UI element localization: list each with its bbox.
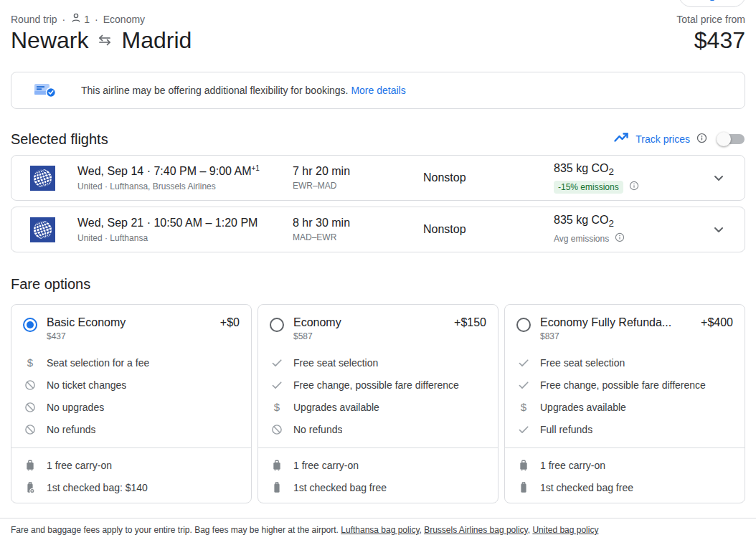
flight-info: Wed, Sep 21 · 10:50 AM – 1:20 PM United … — [77, 216, 293, 242]
fare-radio[interactable] — [270, 318, 284, 332]
share-button[interactable] — [679, 0, 746, 7]
plus-days-superscript: +1 — [252, 164, 260, 172]
trending-line-icon — [613, 130, 629, 148]
flight-stops-col: Nonstop — [423, 171, 554, 184]
footer: Fare and baggage fees apply to your enti… — [0, 518, 756, 535]
separator-dot: · — [95, 14, 98, 25]
not-available-icon — [270, 423, 284, 436]
more-details-link[interactable]: More details — [351, 85, 405, 96]
trip-type-label: Round trip — [11, 14, 57, 25]
share-icon — [708, 0, 717, 5]
baggage-item: 1 free carry-on — [505, 454, 745, 476]
round-trip-swap-icon — [97, 27, 113, 54]
flight-route: MAD–EWR — [293, 232, 423, 242]
flight-route: EWR–MAD — [293, 181, 423, 191]
flight-duration-col: 8 hr 30 min MAD–EWR — [293, 217, 423, 242]
check-icon — [270, 379, 284, 392]
fare-name: Economy — [293, 316, 341, 329]
united-bag-policy-link[interactable]: United bag policy — [532, 525, 598, 535]
chevron-down-icon[interactable] — [710, 169, 727, 186]
track-prices-label[interactable]: Track prices — [635, 133, 690, 145]
carry-on-bag-icon — [270, 459, 284, 472]
separator-dot: · — [62, 14, 66, 25]
fare-feature: No refunds — [11, 418, 251, 440]
flight-duration-col: 7 hr 20 min EWR–MAD — [293, 165, 423, 191]
fare-feature: $ Upgrades available — [258, 396, 498, 418]
fare-name: Basic Economy — [47, 316, 126, 329]
flight-datetime: Wed, Sep 21 · 10:50 AM – 1:20 PM — [77, 216, 293, 229]
check-icon — [516, 423, 531, 436]
destination-city: Madrid — [121, 27, 192, 54]
fare-options-header: Fare options — [11, 274, 745, 294]
fare-feature: $ Upgrades available — [505, 396, 745, 418]
flight-airlines: United · Lufthansa — [77, 233, 293, 243]
flight-duration: 7 hr 20 min — [293, 165, 423, 178]
fare-feature: No upgrades — [11, 396, 251, 418]
flight-stops: Nonstop — [423, 171, 554, 184]
check-icon — [516, 356, 531, 369]
info-icon[interactable] — [629, 181, 639, 194]
baggage-item: 1st checked bag free — [505, 476, 745, 498]
fare-feature: No ticket changes — [11, 374, 251, 396]
flight-row-outbound[interactable]: Wed, Sep 14 · 7:40 PM – 9:00 AM+1 United… — [11, 155, 745, 201]
fare-feature: Free seat selection — [258, 351, 498, 374]
track-prices-control: Track prices — [613, 130, 745, 148]
brussels-airlines-bag-policy-link[interactable]: Brussels Airlines bag policy — [424, 525, 528, 535]
fare-name: Economy Fully Refunda... — [540, 316, 671, 329]
fare-radio[interactable] — [516, 318, 531, 332]
header-title-row: Newark Madrid $437 — [11, 27, 745, 54]
fare-feature: Full refunds — [505, 418, 745, 440]
fare-card-economy[interactable]: Economy $587 +$150 Free seat selection F… — [257, 304, 499, 503]
passenger-count: 1 — [70, 12, 90, 26]
flight-airlines: United · Lufthansa, Brussels Airlines — [77, 181, 293, 191]
person-icon — [70, 12, 82, 26]
cabin-class-label: Economy — [103, 14, 145, 25]
banner-message: This airline may be offering additional … — [81, 85, 406, 96]
dollar-icon: $ — [516, 401, 531, 413]
info-icon[interactable] — [615, 232, 625, 245]
fare-price-delta: +$150 — [454, 316, 486, 329]
header-meta-row: Round trip · 1 · Economy Total price fro… — [11, 0, 745, 26]
fare-feature: Free seat selection — [505, 351, 745, 374]
lufthansa-bag-policy-link[interactable]: Lufthansa bag policy — [341, 525, 419, 535]
fare-radio-selected[interactable] — [23, 318, 37, 332]
chevron-down-icon[interactable] — [710, 221, 727, 238]
fare-base-price: $437 — [47, 331, 126, 341]
united-airlines-logo — [30, 166, 55, 191]
page-title: Newark Madrid — [11, 27, 192, 54]
check-icon — [270, 356, 284, 369]
fare-price-delta: +$400 — [701, 316, 733, 329]
origin-city: Newark — [11, 27, 88, 54]
co2-value: 835 kg CO2 — [554, 162, 710, 177]
baggage-item: 1st checked bag free — [258, 476, 498, 498]
dollar-icon: $ — [23, 356, 37, 369]
baggage-item: 1 free carry-on — [258, 454, 498, 476]
flight-emissions-col: 835 kg CO2 Avg emissions — [554, 214, 710, 245]
fare-card-economy-fully-refundable[interactable]: Economy Fully Refunda... $837 +$400 Free… — [504, 304, 745, 503]
carry-on-bag-icon — [23, 459, 37, 472]
fare-options-grid: Basic Economy $437 +$0 $ Seat selection … — [11, 304, 745, 503]
track-prices-toggle[interactable] — [717, 132, 745, 146]
footer-disclaimer: Fare and baggage fees apply to your enti… — [0, 518, 756, 535]
flight-duration: 8 hr 30 min — [293, 217, 423, 229]
flight-stops: Nonstop — [423, 223, 554, 236]
flight-emissions-col: 835 kg CO2 -15% emissions — [554, 162, 710, 193]
ticket-check-icon — [33, 80, 57, 100]
fare-price-delta: +$0 — [220, 316, 240, 329]
checked-bag-fee-icon — [23, 481, 37, 494]
flight-row-return[interactable]: Wed, Sep 21 · 10:50 AM – 1:20 PM United … — [11, 207, 745, 252]
flight-datetime: Wed, Sep 14 · 7:40 PM – 9:00 AM+1 — [77, 164, 293, 178]
fare-feature: No refunds — [258, 418, 498, 440]
not-available-icon — [23, 401, 37, 414]
passenger-count-value: 1 — [84, 14, 90, 25]
not-available-icon — [23, 423, 37, 436]
baggage-item: 1 free carry-on — [11, 454, 251, 476]
fare-feature: Free change, possible fare difference — [258, 374, 498, 396]
fare-base-price: $837 — [540, 331, 671, 341]
flight-booking-page: Round trip · 1 · Economy Total price fro… — [0, 0, 756, 503]
fare-options-title: Fare options — [11, 276, 90, 293]
info-icon[interactable] — [696, 133, 707, 146]
emissions-label: Avg emissions — [554, 234, 609, 244]
fare-card-basic-economy[interactable]: Basic Economy $437 +$0 $ Seat selection … — [11, 304, 252, 503]
fare-feature: $ Seat selection for a fee — [11, 351, 251, 374]
